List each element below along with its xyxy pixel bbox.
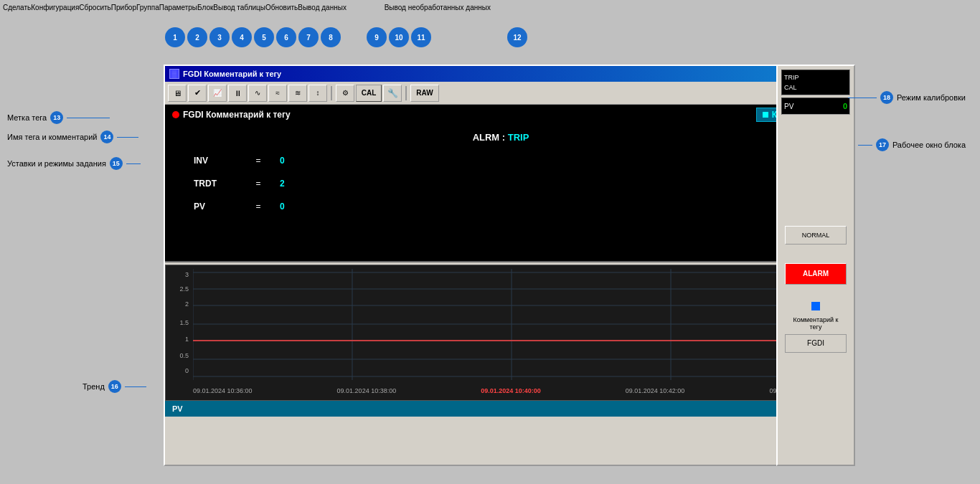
toolbar-wave3-btn[interactable]: ≋ <box>288 85 307 102</box>
settings2-icon: ⚙ <box>342 89 349 97</box>
num-btn-10[interactable]: 10 <box>389 27 409 47</box>
y-label-3: 3 <box>185 271 189 278</box>
pause-icon: ⏸ <box>234 89 242 98</box>
wave1-icon: ∿ <box>255 89 260 97</box>
alarm-button[interactable]: ALARM <box>785 263 847 285</box>
x-label-1: 09.01.2024 10:36:00 <box>193 387 253 394</box>
y-axis-labels: 3 2.5 2 1.5 1 0.5 0 <box>166 269 191 379</box>
raw-label: RAW <box>416 89 433 97</box>
y-label-1: 1 <box>185 336 189 343</box>
annotation-13: Метка тега 13 <box>7 111 110 124</box>
window-title-icon: ▒ <box>169 69 179 79</box>
param-name-inv: INV <box>194 156 237 166</box>
mini-row-trip: TRIP <box>784 72 847 82</box>
x-axis-labels: 09.01.2024 10:36:00 09.01.2024 10:38:00 … <box>193 381 829 400</box>
num-btn-12[interactable]: 12 <box>507 27 527 47</box>
trend-chart <box>193 269 829 380</box>
num-btn-9[interactable]: 9 <box>367 27 387 47</box>
param-name-trdt: TRDT <box>194 179 237 189</box>
top-menu: СделатьКонфигурацияСброситьПриборГруппаП… <box>0 0 980 14</box>
pv-label: PV <box>784 103 793 110</box>
toolbar-chart-btn[interactable]: 📈 <box>208 85 227 102</box>
annotation-label-14: Имя тега и комментарий <box>7 133 97 141</box>
num-btn-8[interactable]: 8 <box>321 27 341 47</box>
check-icon: ✔ <box>194 88 201 98</box>
annotation-label-18: Режим калибровки <box>897 93 966 102</box>
alrm-separator: : <box>502 132 508 143</box>
annotation-label-13: Метка тега <box>7 113 47 122</box>
window-title: FGDI Комментарий к тегу <box>183 70 281 78</box>
y-label-1-5: 1.5 <box>179 319 189 326</box>
content-area: FGDI Комментарий к тегу Калибровка ALRM … <box>165 105 837 262</box>
toolbar-wave2-btn[interactable]: ≈ <box>268 85 287 102</box>
annotation-label-15: Уставки и режимы задания <box>7 159 106 168</box>
numbered-toolbar: 1 2 3 4 5 6 7 8 9 10 11 12 <box>165 27 527 47</box>
menu-text: СделатьКонфигурацияСброситьПриборГруппаП… <box>3 4 491 11</box>
comment-label: Комментарий к тегу <box>785 315 847 332</box>
annotation-line-17 <box>858 145 872 146</box>
annotation-line-18 <box>848 98 877 98</box>
chart-icon: 📈 <box>213 89 222 97</box>
params-table: INV = 0 TRDT = 2 PV = 0 <box>165 148 837 232</box>
param-value-trdt: 2 <box>280 179 308 189</box>
y-label-2-5: 2.5 <box>179 285 189 293</box>
num-btn-5[interactable]: 5 <box>254 27 274 47</box>
toolbar-expand-btn[interactable]: ↕ <box>308 85 327 102</box>
mini-display: TRIP CAL <box>781 70 850 95</box>
wave2-icon: ≈ <box>275 89 280 97</box>
annotation-17: 17 Рабочее окно блока <box>858 138 966 151</box>
annotation-line-13 <box>67 118 110 118</box>
tag-header: FGDI Комментарий к тегу Калибровка <box>165 105 837 125</box>
pv-value: 0 <box>843 102 847 110</box>
num-btn-4[interactable]: 4 <box>232 27 252 47</box>
calibration-dot <box>763 112 768 118</box>
right-panel: TRIP CAL PV 0 NORMAL ALARM Комментарий к… <box>776 65 855 466</box>
annotation-bubble-17: 17 <box>876 138 889 151</box>
num-btn-2[interactable]: 2 <box>187 27 207 47</box>
toolbar-separator-1 <box>331 86 332 100</box>
blue-indicator <box>811 302 820 310</box>
expand-icon: ↕ <box>316 89 320 97</box>
param-row-inv: INV = 0 <box>194 156 808 166</box>
annotation-bubble-14: 14 <box>100 131 113 143</box>
toolbar-separator-2 <box>405 86 407 100</box>
fgdi-button[interactable]: FGDI <box>785 334 847 353</box>
annotation-bubble-18: 18 <box>880 91 893 104</box>
param-eq-inv: = <box>251 156 265 166</box>
trend-area: 3 2.5 2 1.5 1 0.5 0 <box>165 265 837 401</box>
toolbar-check-btn[interactable]: ✔ <box>188 85 207 102</box>
alrm-value: TRIP <box>508 132 529 143</box>
annotation-14: Имя тега и комментарий 14 <box>7 131 138 143</box>
param-row-trdt: TRDT = 2 <box>194 179 808 189</box>
annotation-bubble-15: 15 <box>110 157 123 170</box>
pv-display: PV 0 <box>781 98 850 115</box>
main-window: ▒ FGDI Комментарий к тегу ✕ 🖥 ✔ 📈 ⏸ ∿ ≈ … <box>164 65 838 466</box>
mini-row-cal: CAL <box>784 82 847 92</box>
param-value-pv: 0 <box>280 201 308 212</box>
screen-icon: 🖥 <box>174 89 182 98</box>
toolbar-wave1-btn[interactable]: ∿ <box>248 85 267 102</box>
param-row-pv: PV = 0 <box>194 201 808 212</box>
y-label-0-5: 0.5 <box>179 352 189 359</box>
tag-name: FGDI Комментарий к тегу <box>183 110 291 120</box>
mini-cal-label: CAL <box>784 82 797 92</box>
toolbar-raw-btn[interactable]: RAW <box>410 85 439 102</box>
status-pv-label: PV <box>172 404 183 413</box>
icon-toolbar: 🖥 ✔ 📈 ⏸ ∿ ≈ ≋ ↕ ⚙ CAL 🔧 <box>165 82 837 105</box>
toolbar-settings2-btn[interactable]: ⚙ <box>336 85 354 102</box>
normal-button[interactable]: NORMAL <box>785 226 847 245</box>
toolbar-pause-btn[interactable]: ⏸ <box>228 85 247 102</box>
num-btn-1[interactable]: 1 <box>165 27 185 47</box>
num-btn-11[interactable]: 11 <box>411 27 431 47</box>
toolbar-screen-btn[interactable]: 🖥 <box>168 85 187 102</box>
tag-status-dot <box>172 111 179 118</box>
param-eq-trdt: = <box>251 179 265 189</box>
num-btn-7[interactable]: 7 <box>298 27 319 47</box>
num-btn-6[interactable]: 6 <box>276 27 296 47</box>
alrm-line: ALRM : TRIP <box>165 125 837 148</box>
toolbar-tools-btn[interactable]: 🔧 <box>383 85 402 102</box>
annotation-bubble-16: 16 <box>108 380 121 393</box>
toolbar-cal-btn[interactable]: CAL <box>356 85 382 102</box>
mini-trip-label: TRIP <box>784 72 799 82</box>
num-btn-3[interactable]: 3 <box>209 27 230 47</box>
